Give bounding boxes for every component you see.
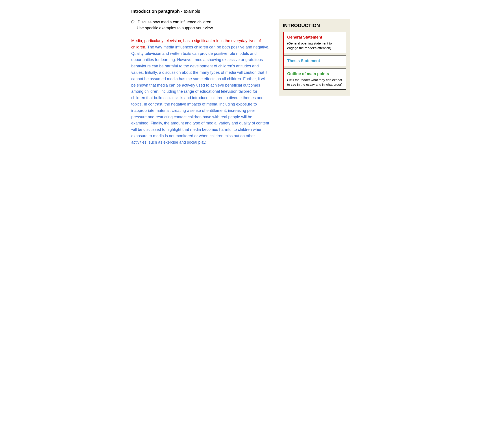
question-line1: Discuss how media can influence children… xyxy=(138,20,212,24)
essay-part2-blue: The way media influences children can be… xyxy=(131,45,269,144)
intro-title: INTRODUCTION xyxy=(283,23,346,28)
sidebar-item-general-statement: General Statement (General opening state… xyxy=(284,32,346,53)
main-content: Q: Discuss how media can influence child… xyxy=(131,19,271,146)
general-statement-title: General Statement xyxy=(287,35,343,40)
sidebar: INTRODUCTION General Statement (General … xyxy=(279,19,350,96)
outline-main-points-desc: (Telll the reader what they can expect t… xyxy=(287,77,343,87)
essay-text: Media, particularly television, has a si… xyxy=(131,38,271,146)
question-line2: Use specific examples to support your vi… xyxy=(137,26,214,30)
page-wrapper: Introduction paragraph - example Q: Disc… xyxy=(131,9,350,146)
sidebar-items-container: General Statement (General opening state… xyxy=(283,32,346,90)
thesis-statement-title: Thesis Statement xyxy=(287,59,343,63)
sidebar-item-thesis-statement: Thesis Statement xyxy=(284,55,346,66)
question-block: Q: Discuss how media can influence child… xyxy=(131,19,271,31)
intro-box: INTRODUCTION General Statement (General … xyxy=(279,19,350,96)
question-label: Q: xyxy=(131,20,135,24)
page-title: Introduction paragraph - example xyxy=(131,9,350,14)
outline-main-points-title: Outline of main points xyxy=(287,72,343,76)
sidebar-item-outline-main-points: Outline of main points (Telll the reader… xyxy=(284,68,346,90)
general-statement-desc: (General opening statement to engage the… xyxy=(287,41,343,50)
